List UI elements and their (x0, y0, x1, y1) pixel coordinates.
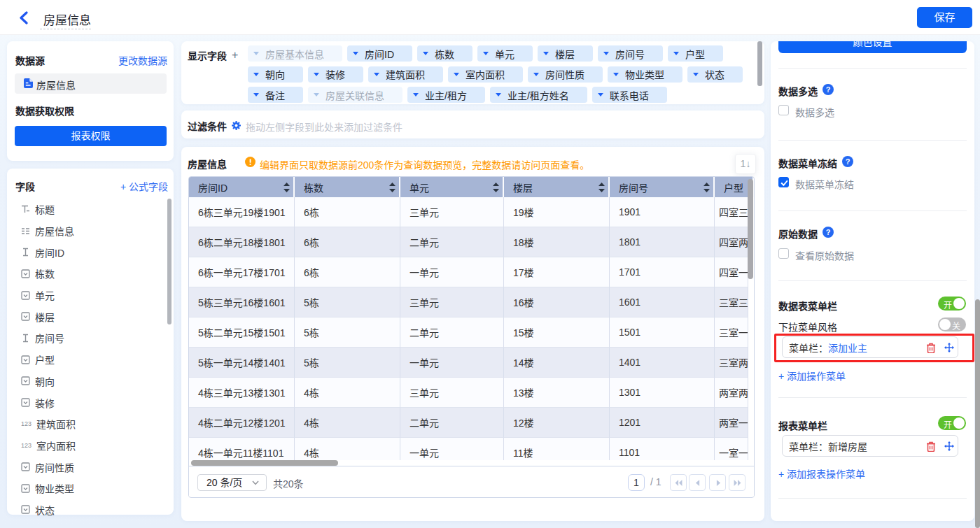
svg-text:?: ? (826, 85, 831, 94)
svg-text:?: ? (846, 157, 850, 166)
svg-text:?: ? (826, 228, 831, 236)
